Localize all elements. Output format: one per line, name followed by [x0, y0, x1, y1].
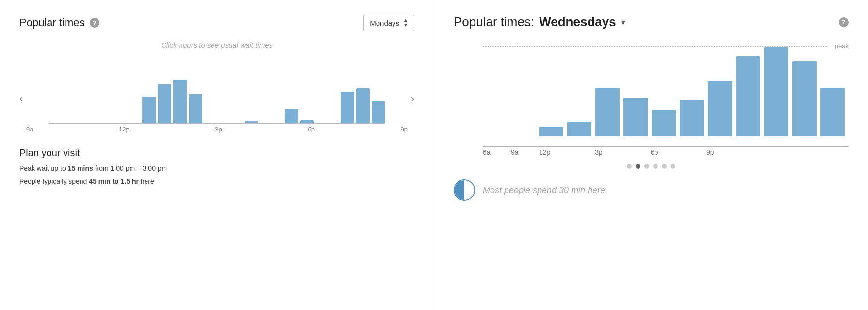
click-prompt-text: Click hours to see usual wait times [19, 41, 414, 49]
bar-6p[interactable] [300, 120, 314, 123]
spend-text: Most people spend 30 min here [483, 185, 605, 196]
right-bar-12p-1[interactable] [539, 127, 563, 136]
left-title-group: Popular times ? [19, 16, 99, 29]
right-help-icon[interactable]: ? [839, 17, 849, 27]
right-title: Popular times: Wednesdays ▾ [454, 15, 625, 30]
plan-line2: People typically spend 45 min to 1.5 hr … [19, 177, 414, 187]
day-selector-arrows-icon: ▲▼ [403, 18, 408, 28]
bar-1p[interactable] [173, 80, 187, 123]
right-x-label-9p: 9p [706, 148, 735, 156]
left-bars-row [49, 65, 385, 123]
right-bar-8p[interactable] [792, 61, 817, 136]
right-bar-2p[interactable] [623, 98, 648, 136]
right-chart-container: peak [454, 39, 849, 156]
x-label-9a: 9a [26, 126, 33, 133]
peak-dashed-line [483, 46, 827, 47]
chart-divider [19, 55, 414, 55]
dot-4[interactable] [662, 164, 667, 169]
left-section-title: Popular times [19, 16, 85, 29]
right-x-labels: 6a 9a 12p 3p 6p 9p [483, 148, 849, 156]
plan-section: Plan your visit Peak wait up to 15 mins … [19, 147, 414, 187]
x-label-12p: 12p [119, 126, 130, 133]
right-x-label-12p: 12p [539, 148, 595, 156]
right-bars-row [454, 39, 849, 136]
dot-5[interactable] [671, 164, 675, 169]
right-header: Popular times: Wednesdays ▾ ? [454, 15, 849, 30]
bar-5p[interactable] [285, 109, 298, 123]
x-label-9p: 9p [400, 126, 407, 133]
chart-nav-right-button[interactable]: › [411, 93, 414, 105]
clock-half-fill [455, 180, 464, 200]
day-selector-button[interactable]: Mondays ▲▼ [363, 15, 414, 31]
plan-title: Plan your visit [19, 147, 414, 159]
right-bar-12p-2[interactable] [567, 122, 591, 136]
day-selector-label: Mondays [370, 19, 399, 27]
plan-line1-prefix: Peak wait up to [19, 164, 68, 172]
bar-4p-empty[interactable] [245, 121, 258, 123]
right-bar-9p[interactable] [820, 88, 845, 136]
right-axis-line [483, 146, 849, 147]
x-label-6p: 6p [308, 126, 314, 133]
right-bar-5p[interactable] [708, 81, 732, 136]
left-panel: Popular times ? Mondays ▲▼ Click hours t… [0, 0, 434, 310]
right-x-label-6a: 6a [483, 148, 511, 156]
right-x-label-9a: 9a [511, 148, 539, 156]
left-header: Popular times ? Mondays ▲▼ [19, 15, 414, 31]
right-bar-3p[interactable] [652, 110, 676, 136]
bar-9p[interactable] [356, 88, 370, 123]
plan-line1-bold: 15 mins [68, 164, 93, 172]
right-bar-1p[interactable] [595, 88, 620, 136]
right-title-label: Popular times: [454, 15, 534, 30]
dot-3[interactable] [653, 164, 658, 169]
plan-line1: Peak wait up to 15 mins from 1:00 pm – 3… [19, 163, 414, 174]
dot-0[interactable] [627, 164, 632, 169]
right-dropdown-arrow-icon[interactable]: ▾ [621, 17, 625, 28]
plan-line1-suffix: from 1:00 pm – 3:00 pm [93, 164, 167, 172]
spend-row: Most people spend 30 min here [454, 179, 849, 201]
bar-11a[interactable] [142, 97, 156, 123]
chart-nav-left-button[interactable]: ‹ [19, 93, 23, 105]
right-x-label-3p: 3p [595, 148, 651, 156]
right-bar-7p[interactable] [764, 47, 788, 136]
dot-1[interactable] [636, 164, 640, 169]
left-axis-line [49, 123, 385, 124]
left-chart-container: ‹ [19, 65, 414, 133]
plan-line2-suffix: here [139, 178, 154, 185]
plan-line2-bold: 45 min to 1.5 hr [89, 178, 139, 185]
pagination-dots [454, 164, 849, 169]
peak-label-text: peak [835, 42, 849, 49]
bar-2p[interactable] [189, 94, 202, 123]
right-title-day: Wednesdays [539, 15, 616, 30]
bar-10p[interactable] [372, 101, 385, 123]
bar-12p[interactable] [158, 84, 171, 123]
left-help-icon[interactable]: ? [90, 18, 99, 28]
bar-8p[interactable] [341, 92, 354, 123]
right-bar-6p[interactable] [736, 56, 760, 136]
right-panel: Popular times: Wednesdays ▾ ? peak [434, 0, 868, 310]
dot-2[interactable] [644, 164, 649, 169]
plan-line2-prefix: People typically spend [19, 178, 89, 185]
x-label-3p: 3p [215, 126, 222, 133]
right-x-label-6p: 6p [651, 148, 706, 156]
right-bar-4p[interactable] [680, 100, 704, 136]
clock-icon [454, 179, 475, 201]
